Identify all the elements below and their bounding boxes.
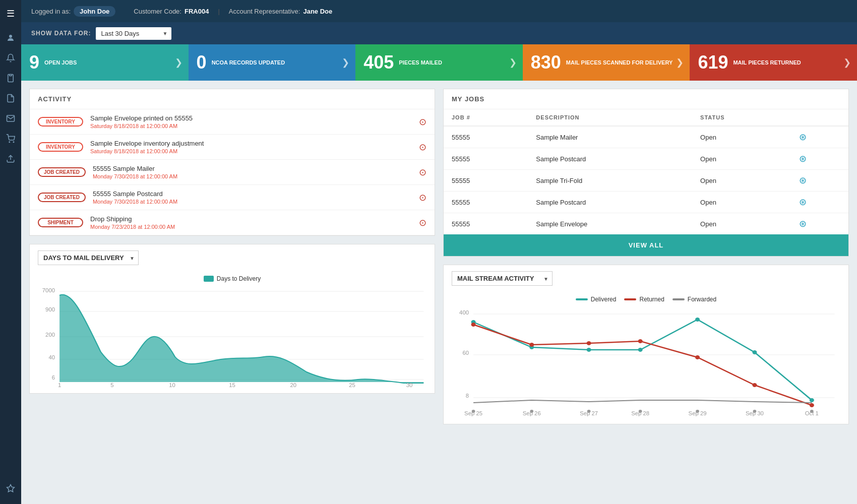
period-select-wrapper: Last 30 Days Last 60 Days Last 90 Days xyxy=(96,27,171,40)
mail-stream-select-wrapper: MAIL STREAM ACTIVITY xyxy=(452,271,553,286)
activity-arrow-1[interactable]: ⊙ xyxy=(419,116,426,128)
col-action xyxy=(791,109,848,126)
bell-icon[interactable] xyxy=(1,48,20,68)
stat-scanned-num: 830 xyxy=(531,52,561,73)
svg-text:40: 40 xyxy=(48,355,55,360)
menu-icon[interactable]: ☰ xyxy=(1,4,20,23)
activity-date-5: Monday 7/23/2018 at 12:00:00 AM xyxy=(90,224,412,230)
legend-forwarded-label: Forwarded xyxy=(688,296,716,303)
svg-text:20: 20 xyxy=(290,383,297,387)
col-status: STATUS xyxy=(692,109,791,126)
jobs-table-body: 55555 Sample Mailer Open ⊛ 55555 Sample … xyxy=(444,126,848,234)
export-icon[interactable] xyxy=(1,149,20,168)
stat-scanned[interactable]: 830 MAIL PIECES SCANNED FOR DELIVERY ❯ xyxy=(523,44,690,81)
svg-point-33 xyxy=(695,318,700,322)
job-arrow-1[interactable]: ⊛ xyxy=(799,132,807,142)
days-legend-color xyxy=(204,276,214,282)
jobs-table: JOB # DESCRIPTION STATUS 55555 Sample Ma… xyxy=(444,109,848,234)
legend-delivered-color xyxy=(576,298,588,300)
view-all-button[interactable]: VIEW ALL xyxy=(444,234,848,256)
days-chart-area: 7000 900 200 40 6 xyxy=(38,286,426,387)
activity-title-2: Sample Envelope inventory adjustment xyxy=(90,140,412,147)
account-rep-section: Account Representative: Jane Doe xyxy=(229,8,332,15)
job-arrow-2[interactable]: ⊛ xyxy=(799,154,807,164)
svg-text:15: 15 xyxy=(229,383,235,387)
activity-title-5: Drop Shipping xyxy=(90,215,412,223)
svg-point-51 xyxy=(530,410,533,413)
activity-text-1: Sample Envelope printed on 55555 Saturda… xyxy=(90,114,412,129)
svg-point-0 xyxy=(9,35,12,38)
job-arrow-3[interactable]: ⊛ xyxy=(799,175,807,185)
svg-point-32 xyxy=(638,348,643,352)
my-jobs-title: MY JOBS xyxy=(444,89,848,109)
job-status-2: Open xyxy=(692,148,791,170)
left-column: ACTIVITY INVENTORY Sample Envelope print… xyxy=(29,89,435,424)
activity-arrow-4[interactable]: ⊙ xyxy=(419,192,426,203)
svg-point-38 xyxy=(587,341,591,345)
svg-text:60: 60 xyxy=(462,350,469,356)
days-chart-svg: 7000 900 200 40 6 xyxy=(38,286,426,387)
cart-icon[interactable] xyxy=(1,129,20,148)
show-data-label: SHOW DATA FOR: xyxy=(31,30,91,37)
job-num-3: 55555 xyxy=(444,170,528,192)
svg-text:900: 900 xyxy=(45,307,55,312)
document-icon[interactable] xyxy=(1,89,20,108)
days-chart-select[interactable]: DAYS TO MAIL DELIVERY xyxy=(38,250,139,265)
activity-item: SHIPMENT Drop Shipping Monday 7/23/2018 … xyxy=(30,210,435,235)
period-select[interactable]: Last 30 Days Last 60 Days Last 90 Days xyxy=(96,27,171,40)
stat-scanned-arrow: ❯ xyxy=(676,57,684,68)
activity-item: INVENTORY Sample Envelope inventory adju… xyxy=(30,135,435,160)
activity-arrow-3[interactable]: ⊙ xyxy=(419,167,426,178)
user-name: John Doe xyxy=(74,6,115,17)
job-num-4: 55555 xyxy=(444,192,528,213)
table-row: 55555 Sample Tri-Fold Open ⊛ xyxy=(444,170,848,192)
stat-returned-arrow: ❯ xyxy=(843,57,851,68)
svg-point-54 xyxy=(696,410,699,413)
job-status-3: Open xyxy=(692,170,791,192)
job-desc-2: Sample Postcard xyxy=(528,148,692,170)
mail-stream-select[interactable]: MAIL STREAM ACTIVITY xyxy=(452,271,553,286)
svg-text:5: 5 xyxy=(110,383,113,387)
mail-icon[interactable] xyxy=(1,109,20,128)
content-grid: ACTIVITY INVENTORY Sample Envelope print… xyxy=(21,81,857,432)
svg-text:8: 8 xyxy=(466,393,469,399)
activity-text-2: Sample Envelope inventory adjustment Sat… xyxy=(90,140,412,154)
job-arrow-5[interactable]: ⊛ xyxy=(799,219,807,229)
svg-text:6: 6 xyxy=(52,375,55,381)
stat-ncoa[interactable]: 0 NCOA RECORDS UPDATED ❯ xyxy=(189,44,356,81)
activity-date-1: Saturday 8/18/2018 at 12:00:00 AM xyxy=(90,123,412,129)
activity-panel: ACTIVITY INVENTORY Sample Envelope print… xyxy=(29,89,435,236)
legend-forwarded: Forwarded xyxy=(672,296,716,303)
col-job-num: JOB # xyxy=(444,109,528,126)
clipboard-icon[interactable] xyxy=(1,69,20,88)
activity-text-5: Drop Shipping Monday 7/23/2018 at 12:00:… xyxy=(90,215,412,230)
right-column: MY JOBS JOB # DESCRIPTION STATUS 55555 xyxy=(443,89,849,424)
job-desc-1: Sample Mailer xyxy=(528,126,692,148)
stat-pieces-mailed-label: PIECES MAILED xyxy=(399,59,442,66)
header-separator-2: | xyxy=(218,8,219,15)
user-icon[interactable] xyxy=(1,28,20,47)
activity-arrow-5[interactable]: ⊙ xyxy=(419,217,426,228)
stat-open-jobs[interactable]: 9 OPEN JOBS ❯ xyxy=(21,44,189,81)
job-arrow-4[interactable]: ⊛ xyxy=(799,197,807,207)
stat-returned-num: 619 xyxy=(698,52,728,73)
svg-text:25: 25 xyxy=(349,383,355,387)
svg-point-42 xyxy=(810,403,814,407)
jobs-table-header: JOB # DESCRIPTION STATUS xyxy=(444,109,848,126)
subheader: SHOW DATA FOR: Last 30 Days Last 60 Days… xyxy=(21,22,857,44)
header: Logged in as: John Doe Customer Code: FR… xyxy=(21,0,857,22)
job-num-2: 55555 xyxy=(444,148,528,170)
stat-returned[interactable]: 619 MAIL PIECES RETURNED ❯ xyxy=(690,44,857,81)
svg-point-31 xyxy=(587,348,591,352)
legend-returned-color xyxy=(624,298,636,300)
job-num-5: 55555 xyxy=(444,213,528,235)
stat-pieces-mailed-arrow: ❯ xyxy=(509,57,517,68)
table-row: 55555 Sample Mailer Open ⊛ xyxy=(444,126,848,148)
stat-pieces-mailed[interactable]: 405 PIECES MAILED ❯ xyxy=(355,44,523,81)
activity-item: JOB CREATED 55555 Sample Postcard Monday… xyxy=(30,185,435,210)
svg-point-35 xyxy=(810,398,814,402)
days-legend-item: Days to Delivery xyxy=(204,275,261,282)
activity-arrow-2[interactable]: ⊙ xyxy=(419,142,426,153)
activity-badge-job-1: JOB CREATED xyxy=(38,167,86,177)
activity-title-1: Sample Envelope printed on 55555 xyxy=(90,114,412,122)
